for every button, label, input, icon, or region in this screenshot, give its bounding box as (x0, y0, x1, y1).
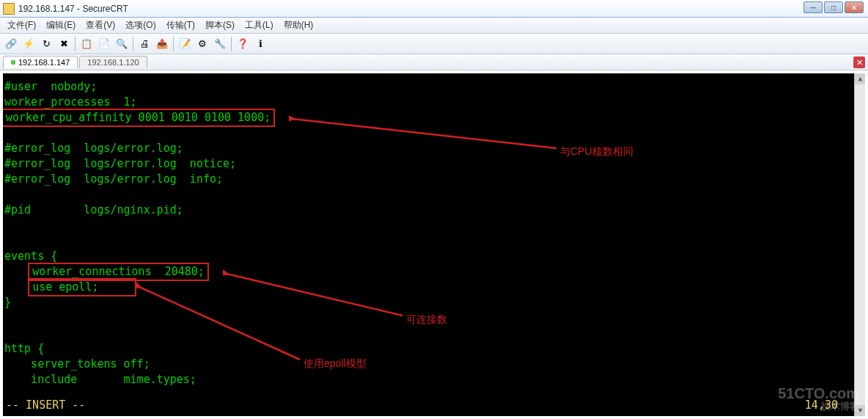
separator (231, 37, 232, 51)
vim-mode: -- INSERT -- (6, 398, 85, 412)
window-title: 192.168.1.147 - SecureCRT (18, 4, 128, 14)
active-marker-icon (11, 60, 15, 65)
line-include: include mime.types; (4, 373, 196, 386)
maximize-button[interactable]: □ (824, 1, 843, 13)
line-epoll: use epoll; (32, 280, 98, 294)
vim-status-line: -- INSERT -- 14,30 (4, 398, 853, 413)
highlight-cpu-affinity: worker_cpu_affinity 0001 0010 0100 1000; (3, 109, 275, 127)
line-errorlog2: #error_log logs/error.log notice; (4, 157, 236, 170)
tab-label: 192.168.1.120 (87, 58, 139, 67)
close-all-tabs-button[interactable]: ✕ (853, 57, 865, 68)
annotation-connections: 可连接数 (406, 312, 447, 327)
scroll-up-icon[interactable]: ▲ (855, 73, 865, 84)
line-cpu-affinity: worker_cpu_affinity 0001 0010 0100 1000; (6, 111, 271, 124)
menu-view[interactable]: 查看(V) (81, 18, 119, 33)
code-content: #user nobody; worker_processes 1; worker… (3, 73, 865, 393)
annotation-cpu: 与CPU核数相同 (560, 144, 633, 159)
scroll-down-icon[interactable]: ▼ (855, 405, 865, 416)
annotation-epoll: 使用epoll模型 (304, 356, 367, 371)
tab-session-1[interactable]: 192.168.1.147 (3, 56, 78, 68)
find-icon[interactable]: 🔍 (114, 36, 130, 52)
line-events: events { (4, 249, 57, 263)
terminal[interactable]: #user nobody; worker_processes 1; worker… (3, 73, 865, 416)
line-connections: worker_connections 20480; (32, 265, 205, 278)
paste-icon[interactable]: 📄 (96, 36, 112, 52)
line-pid: #pid logs/nginx.pid; (4, 203, 183, 216)
menu-options[interactable]: 选项(O) (121, 18, 160, 33)
separator (75, 37, 76, 51)
menu-file[interactable]: 文件(F) (3, 18, 40, 33)
line-server-tokens: server_tokens off; (4, 357, 150, 371)
disconnect-icon[interactable]: ✖ (56, 36, 72, 52)
tab-session-2[interactable]: 192.168.1.120 (79, 56, 147, 68)
line-user: #user nobody; (4, 80, 97, 93)
vim-cursor-pos: 14,30 (805, 398, 838, 413)
menu-edit[interactable]: 编辑(E) (42, 18, 80, 33)
menu-transfer[interactable]: 传输(T) (162, 18, 199, 33)
copy-icon[interactable]: 📋 (78, 36, 95, 52)
separator (133, 37, 133, 51)
titlebar: 192.168.1.147 - SecureCRT ─ □ ✕ (0, 0, 868, 18)
connect-icon[interactable]: 🔗 (3, 36, 19, 52)
minimize-button[interactable]: ─ (803, 1, 823, 13)
close-button[interactable]: ✕ (845, 1, 864, 13)
menu-script[interactable]: 脚本(S) (201, 18, 239, 33)
settings-icon[interactable]: 🔧 (212, 36, 228, 52)
separator (173, 37, 174, 51)
about-icon[interactable]: ℹ (252, 36, 268, 52)
help-icon[interactable]: ❓ (235, 36, 251, 52)
reconnect-icon[interactable]: ↻ (38, 36, 54, 52)
line-errorlog3: #error_log logs/error.log info; (4, 172, 223, 186)
tabbar: 192.168.1.147 192.168.1.120 ✕ (0, 54, 868, 70)
print-icon[interactable]: 🖨 (136, 36, 152, 52)
terminal-container: #user nobody; worker_processes 1; worker… (0, 70, 868, 419)
line-http: http { (4, 342, 44, 355)
menu-tools[interactable]: 工具(L) (240, 18, 278, 33)
options-icon[interactable]: ⚙ (194, 36, 210, 52)
log-icon[interactable]: 📝 (177, 36, 193, 52)
line-events-close: } (4, 296, 11, 309)
toolbar: 🔗 ⚡ ↻ ✖ 📋 📄 🔍 🖨 📤 📝 ⚙ 🔧 ❓ ℹ (0, 34, 868, 54)
line-worker-processes: worker_processes 1; (4, 95, 137, 109)
quick-connect-icon[interactable]: ⚡ (21, 36, 37, 52)
tab-label: 192.168.1.147 (18, 58, 70, 67)
highlight-epoll: use epoll; (28, 278, 136, 296)
line-errorlog1: #error_log logs/error.log; (4, 142, 183, 155)
app-icon (3, 3, 15, 15)
window-controls: ─ □ ✕ (803, 1, 864, 13)
menu-help[interactable]: 帮助(H) (279, 18, 318, 33)
scrollbar[interactable]: ▲ ▼ (854, 73, 865, 416)
send-icon[interactable]: 📤 (154, 36, 170, 52)
menubar: 文件(F) 编辑(E) 查看(V) 选项(O) 传输(T) 脚本(S) 工具(L… (0, 18, 868, 34)
